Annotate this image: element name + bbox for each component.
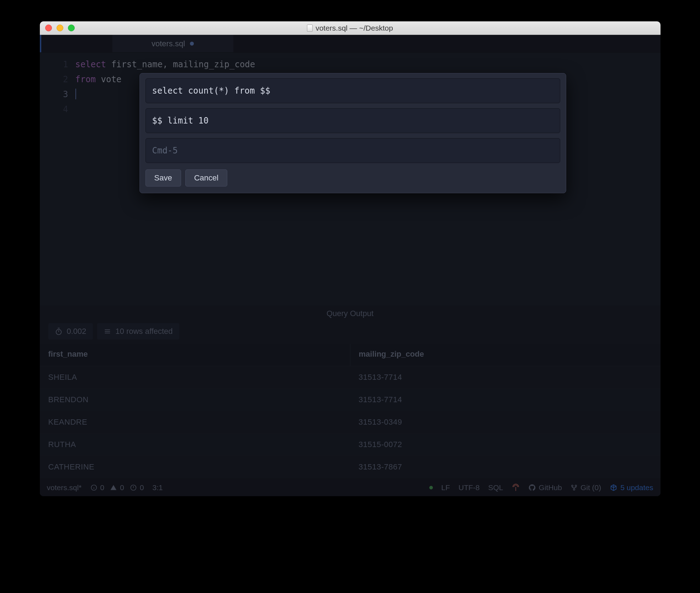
cell-mailing-zip: 31513-7714 <box>350 389 661 411</box>
snippet-after-input[interactable] <box>145 108 560 133</box>
status-encoding[interactable]: UTF-8 <box>458 483 480 492</box>
tab-voters-sql[interactable]: voters.sql <box>112 35 233 52</box>
snippet-before-input[interactable] <box>145 78 560 103</box>
status-eol[interactable]: LF <box>441 483 450 492</box>
column-header-first-name[interactable]: first_name <box>40 344 350 366</box>
cell-mailing-zip: 31513-7714 <box>350 366 661 389</box>
snippet-shortcut-input[interactable] <box>145 138 560 163</box>
tab-bar: voters.sql <box>40 35 661 53</box>
git-branch-icon <box>571 484 578 491</box>
rows-affected-pill: 10 rows affected <box>97 323 179 340</box>
status-connection <box>429 486 433 489</box>
column-header-mailing-zip[interactable]: mailing_zip_code <box>350 344 661 366</box>
titlebar: voters.sql — ~/Desktop <box>40 21 661 35</box>
query-output-header: Query Output <box>40 305 661 321</box>
svg-point-11 <box>572 485 573 486</box>
document-icon <box>307 25 313 32</box>
tab-label: voters.sql <box>152 39 185 48</box>
info-icon <box>90 484 97 491</box>
snippet-dialog: Save Cancel <box>139 73 566 193</box>
table-row[interactable]: CATHERINE31513-7867 <box>40 456 661 478</box>
table-row[interactable]: RUTHA31515-0072 <box>40 434 661 456</box>
status-updates[interactable]: 5 updates <box>610 483 653 492</box>
modified-indicator-icon <box>190 42 194 46</box>
package-icon <box>610 484 617 492</box>
results-panel[interactable]: first_name mailing_zip_code SHEILA31513-… <box>40 344 661 478</box>
status-git[interactable]: Git (0) <box>571 483 601 492</box>
cell-first-name: KEANDRE <box>40 411 350 434</box>
minimize-window-button[interactable] <box>57 25 63 31</box>
zoom-window-button[interactable] <box>68 25 75 31</box>
github-icon <box>528 484 536 492</box>
elapsed-time-pill: 0.002 <box>48 323 93 340</box>
table-row[interactable]: KEANDRE31513-0349 <box>40 411 661 434</box>
table-header-row: first_name mailing_zip_code <box>40 344 661 366</box>
broadcast-tower-icon <box>512 484 520 492</box>
table-row[interactable]: BRENDON31513-7714 <box>40 389 661 411</box>
query-output-stats: 0.002 10 rows affected <box>40 321 661 344</box>
connection-ok-icon <box>429 486 433 489</box>
table-row[interactable]: SHEILA31513-7714 <box>40 366 661 389</box>
status-diagnostics[interactable]: 0 0 0 <box>90 483 144 492</box>
cancel-button[interactable]: Cancel <box>185 169 227 187</box>
status-language[interactable]: SQL <box>488 483 503 492</box>
status-github[interactable]: GitHub <box>528 483 562 492</box>
cell-first-name: SHEILA <box>40 366 350 389</box>
status-broadcast[interactable] <box>512 484 520 492</box>
close-window-button[interactable] <box>45 25 52 31</box>
line-number-gutter: 1 2 3 4 <box>40 53 75 305</box>
status-cursor-position[interactable]: 3:1 <box>153 483 163 492</box>
svg-point-12 <box>575 485 577 486</box>
window-controls <box>45 25 75 31</box>
status-bar: voters.sql* 0 0 0 3:1 LF UTF-8 SQL <box>40 478 661 496</box>
save-button[interactable]: Save <box>145 169 181 187</box>
status-file[interactable]: voters.sql* <box>47 483 82 492</box>
stopwatch-icon <box>55 327 63 335</box>
window-title-text: voters.sql — ~/Desktop <box>315 24 393 32</box>
results-table: first_name mailing_zip_code SHEILA31513-… <box>40 344 661 478</box>
error-icon <box>130 484 137 491</box>
cell-mailing-zip: 31515-0072 <box>350 434 661 456</box>
cell-first-name: CATHERINE <box>40 456 350 478</box>
elapsed-time-value: 0.002 <box>67 327 86 336</box>
app-window: voters.sql — ~/Desktop voters.sql 1 2 3 … <box>40 21 661 496</box>
text-cursor <box>75 89 76 99</box>
cell-first-name: BRENDON <box>40 389 350 411</box>
cell-mailing-zip: 31513-0349 <box>350 411 661 434</box>
cell-first-name: RUTHA <box>40 434 350 456</box>
svg-point-13 <box>573 488 575 490</box>
rows-affected-text: 10 rows affected <box>116 327 173 336</box>
query-output-title: Query Output <box>327 309 373 318</box>
window-title: voters.sql — ~/Desktop <box>40 24 661 32</box>
svg-point-0 <box>56 330 61 335</box>
rows-icon <box>104 327 111 335</box>
warning-icon <box>110 484 117 491</box>
cell-mailing-zip: 31513-7867 <box>350 456 661 478</box>
